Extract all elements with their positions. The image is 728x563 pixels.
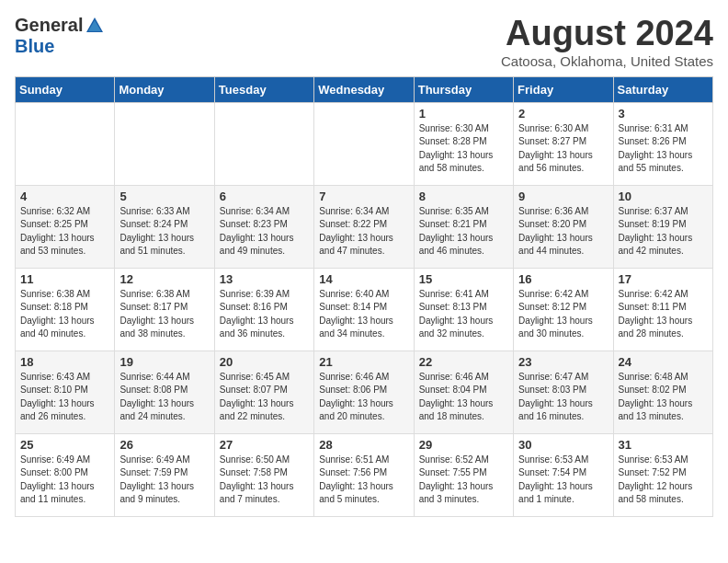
calendar-cell: 10Sunrise: 6:37 AM Sunset: 8:19 PM Dayli…: [613, 185, 712, 268]
calendar-cell: 4Sunrise: 6:32 AM Sunset: 8:25 PM Daylig…: [16, 185, 115, 268]
day-number: 7: [319, 190, 408, 203]
weekday-header-tuesday: Tuesday: [214, 76, 313, 102]
day-info: Sunrise: 6:44 AM Sunset: 8:08 PM Dayligh…: [119, 371, 209, 424]
calendar-cell: 11Sunrise: 6:38 AM Sunset: 8:18 PM Dayli…: [16, 268, 115, 350]
calendar-cell: [214, 102, 313, 185]
calendar-header: SundayMondayTuesdayWednesdayThursdayFrid…: [16, 76, 713, 102]
calendar-cell: 12Sunrise: 6:38 AM Sunset: 8:17 PM Dayli…: [115, 268, 214, 350]
day-number: 25: [20, 438, 109, 452]
day-info: Sunrise: 6:38 AM Sunset: 8:18 PM Dayligh…: [20, 288, 109, 341]
day-info: Sunrise: 6:36 AM Sunset: 8:20 PM Dayligh…: [518, 205, 608, 259]
day-info: Sunrise: 6:38 AM Sunset: 8:17 PM Dayligh…: [119, 288, 209, 341]
day-info: Sunrise: 6:47 AM Sunset: 8:03 PM Dayligh…: [518, 371, 608, 424]
day-number: 21: [319, 355, 408, 369]
day-info: Sunrise: 6:33 AM Sunset: 8:24 PM Dayligh…: [119, 205, 209, 259]
day-number: 29: [419, 438, 508, 452]
day-number: 20: [220, 355, 309, 369]
day-info: Sunrise: 6:30 AM Sunset: 8:27 PM Dayligh…: [518, 122, 608, 176]
calendar-cell: 3Sunrise: 6:31 AM Sunset: 8:26 PM Daylig…: [613, 102, 712, 185]
day-info: Sunrise: 6:53 AM Sunset: 7:52 PM Dayligh…: [619, 454, 708, 507]
day-info: Sunrise: 6:51 AM Sunset: 7:56 PM Dayligh…: [319, 454, 408, 507]
day-number: 14: [319, 272, 408, 286]
day-number: 17: [619, 272, 708, 286]
calendar-cell: [314, 102, 414, 185]
calendar-cell: 6Sunrise: 6:34 AM Sunset: 8:23 PM Daylig…: [214, 185, 313, 268]
header: General Blue August 2024 Catoosa, Oklaho…: [15, 15, 713, 69]
week-row-3: 18Sunrise: 6:43 AM Sunset: 8:10 PM Dayli…: [16, 350, 713, 433]
day-info: Sunrise: 6:34 AM Sunset: 8:23 PM Dayligh…: [220, 205, 309, 259]
logo-general-text: General: [15, 15, 83, 36]
day-number: 23: [518, 355, 608, 369]
weekday-header-row: SundayMondayTuesdayWednesdayThursdayFrid…: [16, 76, 713, 102]
day-info: Sunrise: 6:50 AM Sunset: 7:58 PM Dayligh…: [220, 454, 309, 507]
location: Catoosa, Oklahoma, United States: [501, 53, 713, 69]
day-info: Sunrise: 6:49 AM Sunset: 8:00 PM Dayligh…: [20, 454, 109, 507]
day-number: 5: [119, 190, 209, 203]
day-info: Sunrise: 6:42 AM Sunset: 8:12 PM Dayligh…: [518, 288, 608, 341]
day-info: Sunrise: 6:46 AM Sunset: 8:06 PM Dayligh…: [319, 371, 408, 424]
day-info: Sunrise: 6:34 AM Sunset: 8:22 PM Dayligh…: [319, 205, 408, 259]
day-number: 24: [619, 355, 708, 369]
day-info: Sunrise: 6:43 AM Sunset: 8:10 PM Dayligh…: [20, 371, 109, 424]
weekday-header-thursday: Thursday: [414, 76, 513, 102]
calendar-cell: 14Sunrise: 6:40 AM Sunset: 8:14 PM Dayli…: [314, 268, 414, 350]
day-number: 2: [518, 107, 608, 121]
calendar-cell: 16Sunrise: 6:42 AM Sunset: 8:12 PM Dayli…: [514, 268, 613, 350]
day-info: Sunrise: 6:42 AM Sunset: 8:11 PM Dayligh…: [619, 288, 708, 341]
logo-icon: [85, 16, 105, 36]
calendar-table: SundayMondayTuesdayWednesdayThursdayFrid…: [15, 76, 713, 517]
day-number: 30: [518, 438, 608, 452]
day-number: 1: [419, 107, 508, 121]
day-info: Sunrise: 6:52 AM Sunset: 7:55 PM Dayligh…: [419, 454, 508, 507]
calendar-cell: 2Sunrise: 6:30 AM Sunset: 8:27 PM Daylig…: [514, 102, 613, 185]
day-number: 28: [319, 438, 408, 452]
day-number: 11: [20, 272, 109, 286]
day-info: Sunrise: 6:31 AM Sunset: 8:26 PM Dayligh…: [619, 122, 708, 176]
day-info: Sunrise: 6:49 AM Sunset: 7:59 PM Dayligh…: [119, 454, 209, 507]
calendar-cell: 18Sunrise: 6:43 AM Sunset: 8:10 PM Dayli…: [16, 350, 115, 433]
calendar-cell: 29Sunrise: 6:52 AM Sunset: 7:55 PM Dayli…: [414, 433, 513, 516]
day-info: Sunrise: 6:41 AM Sunset: 8:13 PM Dayligh…: [419, 288, 508, 341]
weekday-header-monday: Monday: [115, 76, 214, 102]
day-info: Sunrise: 6:46 AM Sunset: 8:04 PM Dayligh…: [419, 371, 508, 424]
week-row-0: 1Sunrise: 6:30 AM Sunset: 8:28 PM Daylig…: [16, 102, 713, 185]
day-info: Sunrise: 6:35 AM Sunset: 8:21 PM Dayligh…: [419, 205, 508, 259]
day-number: 22: [419, 355, 508, 369]
weekday-header-wednesday: Wednesday: [314, 76, 414, 102]
calendar-cell: 26Sunrise: 6:49 AM Sunset: 7:59 PM Dayli…: [115, 433, 214, 516]
calendar-cell: 27Sunrise: 6:50 AM Sunset: 7:58 PM Dayli…: [214, 433, 313, 516]
calendar-cell: 15Sunrise: 6:41 AM Sunset: 8:13 PM Dayli…: [414, 268, 513, 350]
title-area: August 2024 Catoosa, Oklahoma, United St…: [501, 15, 713, 69]
calendar-cell: 23Sunrise: 6:47 AM Sunset: 8:03 PM Dayli…: [514, 350, 613, 433]
day-number: 18: [20, 355, 109, 369]
calendar-cell: 22Sunrise: 6:46 AM Sunset: 8:04 PM Dayli…: [414, 350, 513, 433]
month-year: August 2024: [501, 15, 713, 53]
weekday-header-sunday: Sunday: [16, 76, 115, 102]
calendar-cell: 20Sunrise: 6:45 AM Sunset: 8:07 PM Dayli…: [214, 350, 313, 433]
day-number: 3: [619, 107, 708, 121]
calendar-body: 1Sunrise: 6:30 AM Sunset: 8:28 PM Daylig…: [16, 102, 713, 516]
day-number: 15: [419, 272, 508, 286]
calendar-cell: 21Sunrise: 6:46 AM Sunset: 8:06 PM Dayli…: [314, 350, 414, 433]
logo: General Blue: [15, 15, 105, 57]
day-number: 6: [220, 190, 309, 203]
day-info: Sunrise: 6:39 AM Sunset: 8:16 PM Dayligh…: [220, 288, 309, 341]
day-number: 16: [518, 272, 608, 286]
calendar-cell: 19Sunrise: 6:44 AM Sunset: 8:08 PM Dayli…: [115, 350, 214, 433]
calendar-cell: 13Sunrise: 6:39 AM Sunset: 8:16 PM Dayli…: [214, 268, 313, 350]
day-number: 10: [619, 190, 708, 203]
day-number: 9: [518, 190, 608, 203]
calendar-cell: 7Sunrise: 6:34 AM Sunset: 8:22 PM Daylig…: [314, 185, 414, 268]
day-number: 12: [119, 272, 209, 286]
weekday-header-friday: Friday: [514, 76, 613, 102]
day-number: 8: [419, 190, 508, 203]
day-info: Sunrise: 6:40 AM Sunset: 8:14 PM Dayligh…: [319, 288, 408, 341]
week-row-4: 25Sunrise: 6:49 AM Sunset: 8:00 PM Dayli…: [16, 433, 713, 516]
calendar-cell: 28Sunrise: 6:51 AM Sunset: 7:56 PM Dayli…: [314, 433, 414, 516]
weekday-header-saturday: Saturday: [613, 76, 712, 102]
day-number: 13: [220, 272, 309, 286]
calendar-cell: 24Sunrise: 6:48 AM Sunset: 8:02 PM Dayli…: [613, 350, 712, 433]
calendar-cell: 17Sunrise: 6:42 AM Sunset: 8:11 PM Dayli…: [613, 268, 712, 350]
week-row-2: 11Sunrise: 6:38 AM Sunset: 8:18 PM Dayli…: [16, 268, 713, 350]
day-number: 19: [119, 355, 209, 369]
